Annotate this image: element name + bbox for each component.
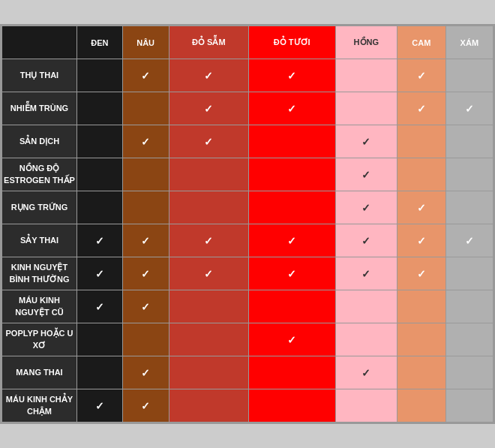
cell-do_sam [169, 191, 248, 224]
cell-cam: ✓ [398, 59, 446, 92]
cell-hong [335, 92, 398, 125]
cell-do_tuoi: ✓ [248, 323, 335, 356]
row-label: KINH NGUYỆT BÌNH THƯỜNG [2, 257, 77, 290]
checkmark-icon: ✓ [95, 400, 104, 412]
cell-den [77, 59, 123, 92]
cell-do_sam: ✓ [169, 92, 248, 125]
cell-den: ✓ [77, 389, 123, 422]
header-nau: NÂU [122, 26, 169, 59]
table-row: MÁU KINH NGUYỆT CŨ✓✓ [2, 290, 494, 323]
cell-nau [122, 323, 169, 356]
checkmark-icon: ✓ [141, 301, 150, 313]
checkmark-icon: ✓ [417, 268, 426, 280]
row-label: SẢY THAI [2, 224, 77, 257]
checkmark-icon: ✓ [417, 70, 426, 82]
cell-den [77, 191, 123, 224]
row-label: MANG THAI [2, 356, 77, 389]
cell-xam: ✓ [446, 92, 493, 125]
cell-hong [335, 389, 398, 422]
cell-xam [446, 389, 493, 422]
cell-xam [446, 191, 493, 224]
cell-do_tuoi [248, 290, 335, 323]
cell-den: ✓ [77, 290, 123, 323]
cell-den [77, 356, 123, 389]
cell-do_sam: ✓ [169, 257, 248, 290]
cell-do_tuoi [248, 191, 335, 224]
header-do-tuoi: ĐỎ TƯƠI [248, 26, 335, 59]
table-row: NHIỄM TRÙNG✓✓✓✓ [2, 92, 494, 125]
cell-do_sam: ✓ [169, 224, 248, 257]
checkmark-icon: ✓ [417, 103, 426, 115]
cell-xam [446, 257, 493, 290]
cell-xam: ✓ [446, 224, 493, 257]
header-do-sam: ĐỎ SẪM [169, 26, 248, 59]
checkmark-icon: ✓ [362, 367, 370, 379]
cell-cam [398, 125, 446, 158]
checkmark-icon: ✓ [95, 301, 104, 313]
cell-nau: ✓ [122, 125, 169, 158]
main-table-wrapper: ĐEN NÂU ĐỎ SẪM ĐỎ TƯƠI HỒNG CAM XÁM THỤ … [0, 24, 495, 424]
cell-hong: ✓ [335, 191, 398, 224]
checkmark-icon: ✓ [362, 235, 370, 247]
checkmark-icon: ✓ [141, 70, 150, 82]
table-row: NỒNG ĐỘ ESTROGEN THẤP✓ [2, 158, 494, 191]
cell-den: ✓ [77, 224, 123, 257]
row-label: NHIỄM TRÙNG [2, 92, 77, 125]
cell-den [77, 125, 123, 158]
row-label: POPLYP HOẶC U XƠ [2, 323, 77, 356]
cell-hong [335, 59, 398, 92]
header-hong: HỒNG [335, 26, 398, 59]
cell-do_tuoi: ✓ [248, 257, 335, 290]
cell-do_sam: ✓ [169, 59, 248, 92]
cell-hong: ✓ [335, 224, 398, 257]
table-row: KINH NGUYỆT BÌNH THƯỜNG✓✓✓✓✓✓ [2, 257, 494, 290]
cell-xam [446, 290, 493, 323]
checkmark-icon: ✓ [287, 103, 296, 115]
checkmark-icon: ✓ [204, 70, 213, 82]
cell-nau: ✓ [122, 356, 169, 389]
cell-do_sam [169, 158, 248, 191]
checkmark-icon: ✓ [362, 169, 370, 181]
table-row: RỤNG TRỨNG✓✓ [2, 191, 494, 224]
cell-den: ✓ [77, 257, 123, 290]
cell-cam [398, 290, 446, 323]
cell-cam [398, 389, 446, 422]
cell-cam [398, 158, 446, 191]
checkmark-icon: ✓ [362, 268, 370, 280]
checkmark-icon: ✓ [95, 235, 104, 247]
row-label: MÁU KINH NGUYỆT CŨ [2, 290, 77, 323]
checkmark-icon: ✓ [362, 202, 370, 214]
cell-do_tuoi [248, 356, 335, 389]
checkmark-icon: ✓ [141, 136, 150, 148]
cell-do_sam: ✓ [169, 125, 248, 158]
checkmark-icon: ✓ [362, 136, 370, 148]
cell-hong: ✓ [335, 356, 398, 389]
cell-do_sam [169, 356, 248, 389]
cell-cam: ✓ [398, 257, 446, 290]
checkmark-icon: ✓ [141, 400, 150, 412]
header-cam: CAM [398, 26, 446, 59]
checkmark-icon: ✓ [287, 334, 296, 346]
row-label: SẢN DỊCH [2, 125, 77, 158]
cell-do_tuoi [248, 158, 335, 191]
checkmark-icon: ✓ [95, 268, 104, 280]
header-xam: XÁM [446, 26, 493, 59]
cell-nau [122, 92, 169, 125]
checkmark-icon: ✓ [204, 103, 213, 115]
cell-xam [446, 125, 493, 158]
checkmark-icon: ✓ [287, 268, 296, 280]
cell-cam [398, 356, 446, 389]
checkmark-icon: ✓ [141, 367, 150, 379]
cell-do_tuoi: ✓ [248, 92, 335, 125]
cell-xam [446, 59, 493, 92]
cell-do_tuoi: ✓ [248, 224, 335, 257]
cell-do_sam [169, 290, 248, 323]
cell-den [77, 92, 123, 125]
checkmark-icon: ✓ [141, 235, 150, 247]
header-den: ĐEN [77, 26, 123, 59]
table-row: POPLYP HOẶC U XƠ✓ [2, 323, 494, 356]
row-label: NỒNG ĐỘ ESTROGEN THẤP [2, 158, 77, 191]
checkmark-icon: ✓ [465, 103, 474, 115]
checkmark-icon: ✓ [204, 235, 213, 247]
cell-xam [446, 356, 493, 389]
